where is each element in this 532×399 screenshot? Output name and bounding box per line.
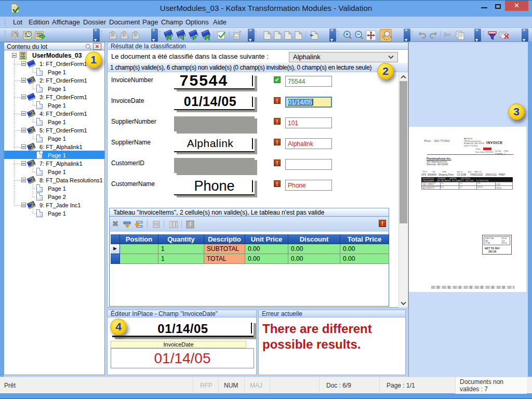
- svg-text:?: ?: [22, 52, 25, 59]
